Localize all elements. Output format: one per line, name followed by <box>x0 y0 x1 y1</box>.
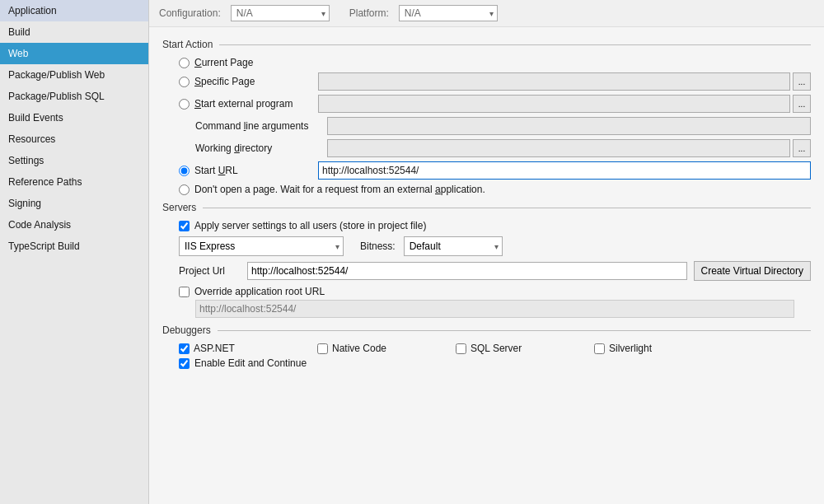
sidebar-item-web[interactable]: Web <box>0 43 148 64</box>
start-action-line <box>219 44 811 45</box>
sidebar-item-resources[interactable]: Resources <box>0 128 148 150</box>
enable-edit-continue-checkbox[interactable] <box>179 358 190 369</box>
radio-external-program-label[interactable]: Start external program <box>194 98 318 110</box>
create-virtual-directory-button[interactable]: Create Virtual Directory <box>694 261 812 281</box>
start-action-header: Start Action <box>162 39 811 50</box>
servers-title: Servers <box>162 202 196 213</box>
debugger-label-sql-server[interactable]: SQL Server <box>471 343 522 354</box>
apply-server-checkbox[interactable] <box>179 221 190 231</box>
radio-current-page-label[interactable]: Current Page <box>194 57 253 68</box>
working-dir-label: Working directory <box>195 142 327 154</box>
override-input-row <box>162 300 811 318</box>
radio-dont-open-label[interactable]: Don't open a page. Wait for a request fr… <box>194 184 485 195</box>
sidebar-item-signing[interactable]: Signing <box>0 193 148 214</box>
main-content: Configuration: N/A Platform: N/A Start A… <box>149 0 824 504</box>
debuggers-header: Debuggers <box>162 324 811 336</box>
content-area: Start Action Current Page Specific Page … <box>149 27 824 504</box>
radio-specific-page-input[interactable] <box>179 77 190 87</box>
sidebar: ApplicationBuildWebPackage/Publish WebPa… <box>0 0 149 504</box>
debugger-checkbox-native-code[interactable] <box>317 343 328 354</box>
debugger-checkbox-silverlight[interactable] <box>594 343 605 354</box>
bitness-select-wrap: Default <box>404 236 503 256</box>
sidebar-item-settings[interactable]: Settings <box>0 150 148 171</box>
start-url-input[interactable] <box>318 161 811 180</box>
sidebar-item-package-publish-sql[interactable]: Package/Publish SQL <box>0 86 148 107</box>
servers-line <box>203 208 811 208</box>
enable-edit-continue-label[interactable]: Enable Edit and Continue <box>194 357 307 369</box>
override-root-row: Override application root URL <box>162 286 811 297</box>
debugger-item-silverlight: Silverlight <box>594 343 726 354</box>
working-dir-input[interactable] <box>327 139 790 157</box>
debugger-label-native-code[interactable]: Native Code <box>332 343 386 354</box>
debuggers-title: Debuggers <box>162 324 211 336</box>
radio-current-page-input[interactable] <box>179 58 190 68</box>
configuration-select[interactable]: N/A <box>231 5 330 21</box>
override-url-input[interactable] <box>195 300 794 318</box>
sidebar-item-package-publish-web[interactable]: Package/Publish Web <box>0 64 148 86</box>
start-url-row: Start URL <box>162 161 811 180</box>
debuggers-grid: ASP.NETNative CodeSQL ServerSilverlight <box>162 343 811 354</box>
sidebar-item-build[interactable]: Build <box>0 21 148 43</box>
external-program-row: Start external program ... <box>162 95 811 113</box>
specific-page-input[interactable] <box>318 72 790 91</box>
radio-specific-page-label[interactable]: Specific Page <box>194 76 318 87</box>
specific-page-browse-button[interactable]: ... <box>793 72 811 91</box>
apply-server-label[interactable]: Apply server settings to all users (stor… <box>194 220 426 231</box>
server-select[interactable]: IIS Express <box>179 236 344 256</box>
radio-external-program-input[interactable] <box>179 99 190 110</box>
radio-start-url-label[interactable]: Start URL <box>194 165 318 176</box>
top-bar: Configuration: N/A Platform: N/A <box>149 0 824 27</box>
working-dir-row: Working directory ... <box>162 139 811 157</box>
project-url-row: Project Url Create Virtual Directory <box>162 261 811 281</box>
cmd-args-input[interactable] <box>327 117 811 135</box>
servers-header: Servers <box>162 202 811 213</box>
configuration-label: Configuration: <box>159 7 221 19</box>
debugger-label-silverlight[interactable]: Silverlight <box>609 343 652 354</box>
sidebar-item-typescript-build[interactable]: TypeScript Build <box>0 236 148 257</box>
specific-page-row: Specific Page ... <box>162 72 811 91</box>
radio-start-url-input[interactable] <box>179 166 190 176</box>
debugger-label-aspnet[interactable]: ASP.NET <box>194 343 235 354</box>
debuggers-line <box>218 330 811 331</box>
apply-server-row: Apply server settings to all users (stor… <box>162 220 811 231</box>
cmd-args-label: Command line arguments <box>195 120 327 132</box>
start-action-title: Start Action <box>162 39 213 50</box>
radio-current-page: Current Page <box>162 57 811 68</box>
debugger-item-sql-server: SQL Server <box>456 343 588 354</box>
override-root-checkbox[interactable] <box>179 287 190 297</box>
sidebar-item-reference-paths[interactable]: Reference Paths <box>0 171 148 193</box>
debugger-checkbox-aspnet[interactable] <box>179 343 190 354</box>
external-program-input[interactable] <box>318 95 790 113</box>
external-program-browse-button[interactable]: ... <box>793 95 811 113</box>
enable-edit-continue-row: Enable Edit and Continue <box>162 357 811 369</box>
debugger-checkbox-sql-server[interactable] <box>456 343 466 354</box>
debugger-item-aspnet: ASP.NET <box>179 343 311 354</box>
project-url-label: Project Url <box>179 265 241 277</box>
bitness-label: Bitness: <box>360 240 396 252</box>
platform-select[interactable]: N/A <box>399 5 498 21</box>
working-dir-browse-button[interactable]: ... <box>793 139 811 157</box>
debugger-item-native-code: Native Code <box>317 343 449 354</box>
sidebar-item-code-analysis[interactable]: Code Analysis <box>0 214 148 236</box>
server-select-wrap: IIS Express <box>179 236 344 256</box>
server-type-row: IIS Express Bitness: Default <box>162 236 811 256</box>
platform-select-wrap: N/A <box>399 5 498 21</box>
override-root-label[interactable]: Override application root URL <box>194 286 325 297</box>
radio-dont-open: Don't open a page. Wait for a request fr… <box>162 184 811 195</box>
cmd-args-row: Command line arguments <box>162 117 811 135</box>
configuration-select-wrap: N/A <box>231 5 330 21</box>
sidebar-item-build-events[interactable]: Build Events <box>0 107 148 128</box>
radio-dont-open-input[interactable] <box>179 184 190 195</box>
platform-label: Platform: <box>349 7 389 19</box>
project-url-input[interactable] <box>247 262 687 280</box>
sidebar-item-application[interactable]: Application <box>0 0 148 21</box>
bitness-select[interactable]: Default <box>404 236 503 256</box>
